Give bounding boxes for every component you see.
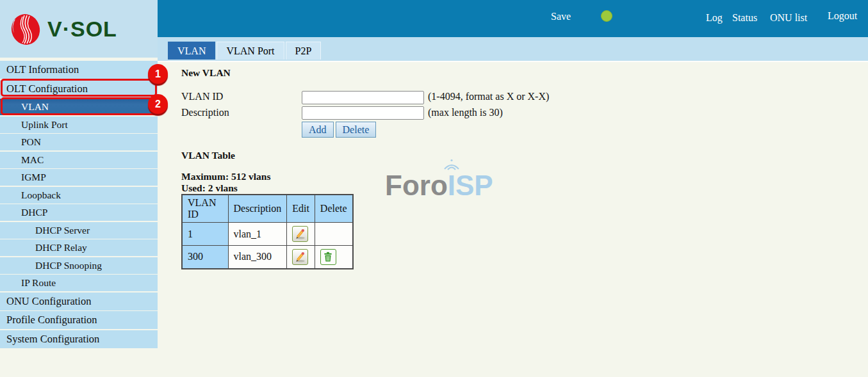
delete-vlan-button[interactable] bbox=[320, 249, 336, 265]
vlan-id-label: VLAN ID bbox=[181, 91, 223, 102]
tab-p2p[interactable]: P2P bbox=[286, 42, 322, 60]
sidebar-item-olt-information[interactable]: OLT Information bbox=[0, 61, 158, 79]
sidebar-item-dhcp-snooping[interactable]: DHCP Snooping bbox=[0, 257, 158, 274]
pencil-icon bbox=[294, 251, 306, 263]
delete-cell bbox=[315, 223, 352, 246]
sidebar-item-loopback[interactable]: Loopback bbox=[0, 187, 158, 204]
description-label: Description bbox=[181, 107, 229, 118]
status-link[interactable]: Status bbox=[732, 12, 757, 24]
logo-wordmark: V·SOL bbox=[47, 17, 117, 42]
used-vlans-text: Used: 2 vlans bbox=[181, 182, 238, 193]
table-row: 300 vlan_300 bbox=[182, 246, 353, 269]
sidebar-item-ip-route[interactable]: IP Route bbox=[0, 275, 158, 291]
log-link[interactable]: Log bbox=[706, 12, 723, 24]
delete-button[interactable]: Delete bbox=[336, 122, 377, 138]
trash-icon bbox=[322, 251, 334, 262]
description-cell: vlan_300 bbox=[228, 246, 287, 269]
sidebar-item-olt-configuration[interactable]: OLT Configuration bbox=[0, 80, 158, 98]
sidebar-item-system-configuration[interactable]: System Configuration bbox=[0, 330, 158, 348]
watermark-sp: SP bbox=[455, 170, 493, 201]
add-button[interactable]: Add bbox=[302, 122, 334, 138]
vsol-logo-icon bbox=[9, 12, 42, 46]
column-header-edit: Edit bbox=[287, 195, 315, 223]
logout-link[interactable]: Logout bbox=[828, 10, 857, 22]
edit-vlan-button[interactable] bbox=[292, 226, 308, 242]
vlan-id-hint: (1-4094, format as X or X-X) bbox=[428, 91, 549, 102]
foroisp-watermark: ForoISP bbox=[385, 170, 493, 202]
vlan-id-input[interactable] bbox=[302, 91, 424, 104]
edit-vlan-button[interactable] bbox=[292, 249, 308, 265]
sidebar-item-dhcp[interactable]: DHCP bbox=[0, 204, 158, 221]
vlan-table: VLAN ID Description Edit Delete 1 vlan_1 bbox=[181, 194, 354, 269]
sidebar-item-igmp[interactable]: IGMP bbox=[0, 169, 158, 186]
vlan-table-title: VLAN Table bbox=[181, 150, 235, 161]
column-header-description: Description bbox=[228, 195, 287, 223]
sidebar-item-dhcp-server[interactable]: DHCP Server bbox=[0, 222, 158, 239]
delete-cell bbox=[315, 246, 352, 269]
vlan-id-cell: 300 bbox=[182, 246, 228, 269]
description-hint: (max length is 30) bbox=[428, 107, 503, 118]
topbar: Save Log Status ONU list Logout bbox=[158, 0, 868, 37]
sidebar-item-dhcp-relay[interactable]: DHCP Relay bbox=[0, 239, 158, 256]
sidebar-item-profile-configuration[interactable]: Profile Configuration bbox=[0, 311, 158, 329]
maximum-vlans-text: Maximum: 512 vlans bbox=[181, 171, 271, 182]
form-button-row: Add Delete bbox=[302, 122, 376, 138]
pencil-icon bbox=[294, 228, 306, 240]
logo-panel: V·SOL bbox=[0, 0, 158, 58]
new-vlan-title: New VLAN bbox=[181, 67, 231, 79]
vlan-id-cell: 1 bbox=[182, 223, 228, 246]
status-dot-icon bbox=[601, 10, 612, 22]
sidebar-item-mac[interactable]: MAC bbox=[0, 152, 158, 168]
watermark-foro: Foro bbox=[385, 170, 448, 201]
sidebar-item-pon[interactable]: PON bbox=[0, 134, 158, 150]
table-header-row: VLAN ID Description Edit Delete bbox=[182, 195, 353, 223]
tab-strip: VLAN VLAN Port P2P bbox=[158, 37, 868, 62]
edit-cell bbox=[287, 223, 315, 246]
tab-vlan-port[interactable]: VLAN Port bbox=[217, 42, 284, 60]
onu-list-link[interactable]: ONU list bbox=[770, 12, 807, 24]
table-row: 1 vlan_1 bbox=[182, 223, 353, 246]
save-button[interactable]: Save bbox=[551, 11, 571, 22]
column-header-vlan-id: VLAN ID bbox=[182, 195, 228, 223]
column-header-delete: Delete bbox=[315, 195, 352, 223]
sidebar-item-onu-configuration[interactable]: ONU Configuration bbox=[0, 293, 158, 310]
description-input[interactable] bbox=[302, 106, 424, 120]
sidebar-item-vlan[interactable]: VLAN bbox=[0, 99, 158, 115]
description-cell: vlan_1 bbox=[228, 223, 287, 246]
main-content: New VLAN VLAN ID (1-4094, format as X or… bbox=[158, 62, 868, 377]
sidebar-item-uplink-port[interactable]: Uplink Port bbox=[0, 116, 158, 133]
wifi-arcs-icon bbox=[439, 159, 464, 170]
edit-cell bbox=[287, 246, 315, 269]
sidebar-menu: OLT InformationOLT ConfigurationVLANUpli… bbox=[0, 61, 158, 349]
watermark-i: I bbox=[448, 170, 455, 202]
tab-vlan[interactable]: VLAN bbox=[168, 42, 215, 60]
